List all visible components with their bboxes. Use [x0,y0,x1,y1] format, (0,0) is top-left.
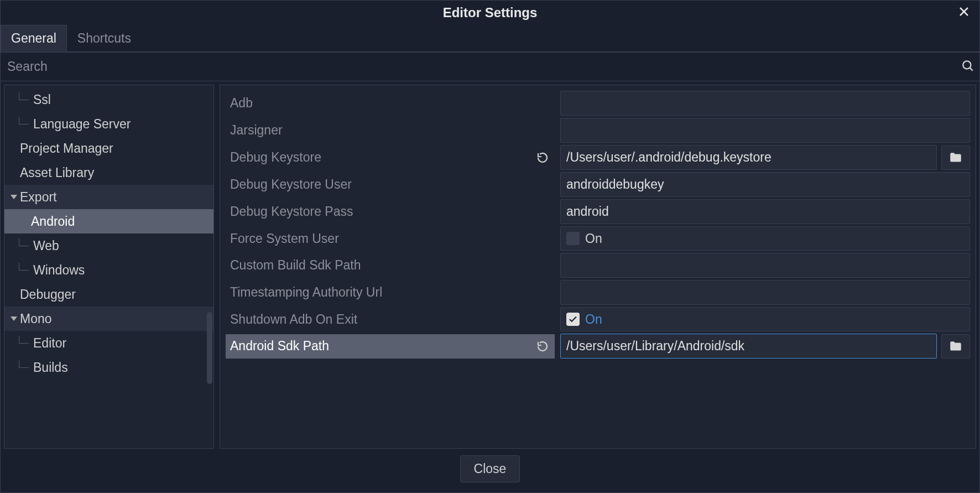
dialog-title: Editor Settings [443,5,538,20]
shutdown-adb-checkbox[interactable]: On [560,307,970,331]
tab-shortcuts[interactable]: Shortcuts [67,25,142,51]
setting-shutdown-adb-on-exit: Shutdown Adb On Exit On [226,306,970,333]
setting-label: Android Sdk Path [230,339,531,354]
search-input[interactable] [5,56,961,77]
setting-custom-build-sdk-path: Custom Build Sdk Path [226,252,970,279]
setting-android-sdk-path: Android Sdk Path [226,333,970,360]
chevron-down-icon[interactable] [9,195,19,199]
setting-label: Debug Keystore Pass [230,204,550,219]
folder-icon[interactable] [941,334,970,359]
setting-timestamping-authority-url: Timestamping Authority Url [226,279,970,306]
svg-line-3 [969,68,972,70]
tree-item-windows[interactable]: Windows [4,258,213,282]
checkbox-icon [566,232,580,245]
custom-build-sdk-path-input[interactable] [560,253,970,278]
setting-label: Adb [230,96,550,111]
debug-keystore-input[interactable] [560,145,937,170]
svg-point-2 [963,61,971,69]
folder-icon[interactable] [941,146,970,170]
tree-item-asset-library[interactable]: Asset Library [4,160,213,185]
tree-scrollbar[interactable] [207,312,212,384]
titlebar: Editor Settings [1,1,979,25]
reset-icon[interactable] [535,339,550,354]
close-icon[interactable] [957,5,971,20]
debug-keystore-user-input[interactable] [560,172,970,197]
setting-label: Debug Keystore [230,150,531,165]
close-button[interactable]: Close [460,455,520,482]
tab-general[interactable]: General [1,25,67,52]
tabs: General Shortcuts [1,25,979,52]
jarsigner-input[interactable] [560,118,970,143]
tree-item-android[interactable]: Android [4,209,213,233]
setting-adb: Adb [226,90,970,117]
tree-item-editor[interactable]: Editor [4,331,213,355]
adb-input[interactable] [560,91,970,116]
setting-label: Timestamping Authority Url [230,285,550,300]
chevron-down-icon[interactable] [9,316,19,321]
setting-label: Jarsigner [230,123,550,138]
dialog-footer: Close [1,449,979,492]
checkbox-icon [566,313,580,326]
setting-debug-keystore-pass: Debug Keystore Pass [226,198,970,225]
reset-icon[interactable] [535,150,550,165]
setting-force-system-user: Force System User On [226,225,970,252]
tree-item-mono[interactable]: Mono [4,307,213,331]
tree-item-web[interactable]: Web [4,233,213,258]
setting-debug-keystore-user: Debug Keystore User [226,171,970,198]
tree-item-ssl[interactable]: Ssl [4,87,213,112]
setting-label: Shutdown Adb On Exit [230,312,550,327]
search-icon[interactable] [961,59,975,75]
checkbox-label: On [585,312,602,327]
force-system-user-checkbox[interactable]: On [560,226,970,251]
tree-item-builds[interactable]: Builds [4,355,213,380]
category-tree[interactable]: Ssl Language Server Project Manager Asse… [4,85,214,449]
setting-label: Force System User [230,231,550,246]
setting-label: Debug Keystore User [230,177,550,192]
setting-debug-keystore: Debug Keystore [226,144,970,171]
checkbox-label: On [585,231,602,246]
tree-item-debugger[interactable]: Debugger [4,282,213,307]
debug-keystore-pass-input[interactable] [560,199,970,224]
tree-item-project-manager[interactable]: Project Manager [4,136,213,160]
content: Ssl Language Server Project Manager Asse… [1,81,979,449]
setting-jarsigner: Jarsigner [226,117,970,144]
android-sdk-path-input[interactable] [560,334,937,359]
setting-label: Custom Build Sdk Path [230,258,550,273]
search-bar [1,52,979,81]
editor-settings-dialog: Editor Settings General Shortcuts Ssl La… [0,0,980,493]
settings-panel: Adb Jarsigner Debug Keystore [220,85,976,449]
tree-item-language-server[interactable]: Language Server [4,112,213,136]
timestamping-authority-url-input[interactable] [560,280,970,305]
tree-item-export[interactable]: Export [4,185,213,209]
